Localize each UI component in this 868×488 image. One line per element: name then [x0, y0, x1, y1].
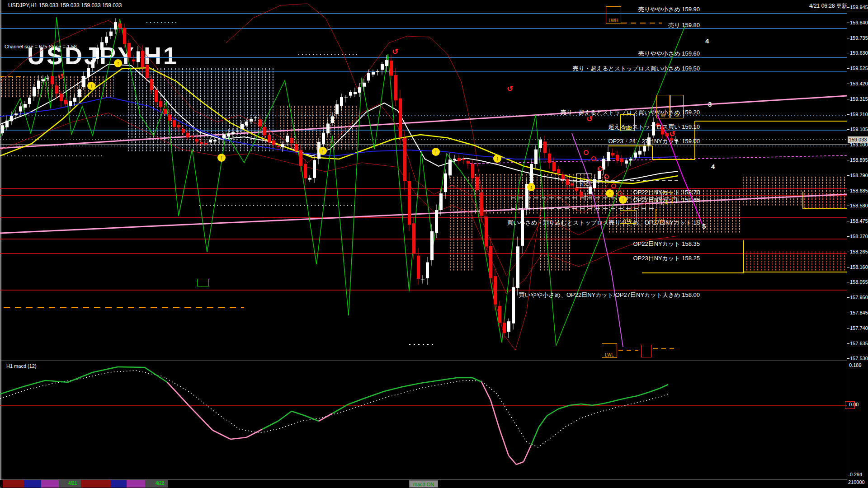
macd-lines [0, 367, 668, 465]
price-axis-label: 159.210 [850, 112, 868, 117]
ydc-flag-box: YDC [576, 174, 592, 188]
axis-tick [847, 114, 849, 115]
trade-annotation: 売りやや小さめ 159.90 [638, 5, 700, 14]
axis-tick [847, 252, 849, 252]
buy-signal-icon: ↑ [606, 189, 614, 197]
axis-tick [847, 7, 849, 8]
buy-signal-icon: ↑ [217, 154, 226, 162]
macd-zero-value: 0.00 [849, 402, 859, 407]
channel-info-label: Channel size = 675 Slope = 1.58 [5, 44, 77, 49]
buy-signal-icon: ↑ [114, 59, 122, 67]
axis-tick [847, 282, 849, 282]
wave-number-label: 5 [702, 222, 706, 230]
price-axis-label: 158.580 [850, 203, 868, 208]
buy-signal-icon: ↑ [319, 147, 327, 155]
buy-signal-icon: ↑ [493, 155, 501, 163]
trade-annotation: 売り・超えるとストップロス買い小さめ 159.50 [573, 65, 700, 73]
axis-tick [847, 206, 849, 206]
swing-point-icon [604, 174, 609, 179]
axis-tick [847, 297, 849, 298]
swing-point-icon [598, 166, 603, 171]
lwl-flag-box: LWL [602, 343, 617, 358]
swing-point-icon [584, 150, 589, 155]
reversal-signal-icon: ↺ [57, 74, 64, 80]
marker-flag-box [641, 345, 651, 357]
macd-min-value: -0.294 [848, 472, 862, 477]
timeline-segment [41, 480, 59, 488]
macd-scale-value: 210000 [848, 479, 865, 485]
timeline-segment [3, 480, 24, 488]
reversal-signal-icon: ↺ [586, 116, 593, 122]
axis-tick [847, 99, 849, 99]
price-axis-label: 159.420 [850, 81, 868, 86]
price-axis-label: 158.160 [850, 264, 868, 270]
timeline-segment [81, 480, 111, 488]
price-axis-label: 157.635 [850, 341, 868, 346]
d-flag-box: D [661, 192, 672, 205]
price-axis-label: 159.525 [850, 66, 868, 71]
swing-point-icon [591, 156, 596, 161]
reversal-signal-icon: ↺ [669, 131, 675, 137]
axis-tick [847, 221, 849, 221]
axis-tick [847, 23, 849, 23]
price-axis-label: 159.315 [850, 96, 868, 102]
d-flag-box: D [670, 95, 684, 118]
axis-tick [847, 328, 849, 328]
ydh-flag-box: YDH [620, 114, 635, 131]
axis-tick [847, 84, 849, 84]
lwh-flag-box: LWH [606, 6, 621, 23]
price-axis-label: 157.530 [850, 356, 868, 361]
swing-point-icon [618, 191, 623, 196]
price-axis-label: 157.740 [850, 325, 868, 331]
macd-toggle-button[interactable]: macd ON [409, 480, 438, 488]
price-axis-label: 157.950 [850, 295, 868, 300]
price-axis-label: 158.790 [850, 173, 868, 178]
buy-signal-icon: ↑ [432, 148, 440, 156]
macd-indicator-label: H1 macd (12) [6, 363, 37, 369]
price-axis-label: 159.735 [850, 35, 868, 41]
axis-tick [847, 267, 849, 267]
trade-annotation: 売り 159.80 [668, 21, 700, 29]
trade-annotation: 売りやや小さめ 159.60 [638, 50, 700, 58]
price-axis-label: 159.945 [850, 5, 868, 10]
trade-annotation: OP22日NYカット 158.35 [633, 240, 700, 248]
price-axis-label: 159.630 [850, 50, 868, 56]
price-axis-border [847, 0, 847, 479]
swing-point-icon [611, 183, 616, 188]
price-axis-label: 158.895 [850, 157, 868, 163]
price-axis-label: 159.840 [850, 20, 868, 25]
pattern-marker-box [197, 279, 209, 286]
timeline-date-label: 4/21 [68, 481, 77, 486]
price-axis-label: 158.685 [850, 188, 868, 193]
price-axis-label: 158.055 [850, 279, 868, 285]
trading-app-window: USDJPY H1 USDJPY,H1 159.033 159.033 159.… [0, 0, 868, 488]
price-axis-label: 158.475 [850, 218, 868, 224]
trade-annotation: OP23日NYカット 158.25 [633, 254, 700, 263]
trade-annotation: OP23・24・27日NYカット 159.00 [608, 137, 700, 145]
price-axis-label: 158.370 [850, 234, 868, 239]
reversal-signal-icon: ↺ [507, 86, 513, 92]
axis-tick [847, 236, 849, 237]
axis-tick [847, 358, 849, 359]
reversal-signal-icon: ↺ [392, 49, 398, 55]
timeline-date-label: 4/22 [156, 481, 164, 486]
trade-annotation: 買い小さめ・割り込むとストップロス売り小さめ、OP27日NYカット 15 [507, 219, 700, 227]
axis-tick [847, 145, 849, 145]
buy-signal-icon: ↑ [619, 196, 627, 204]
axis-tick [847, 129, 849, 130]
ydl-flag-box: YDL [620, 210, 637, 224]
price-axis-label: 157.845 [850, 310, 868, 315]
timeline-segment [24, 480, 41, 488]
axis-tick [847, 160, 849, 160]
axis-tick [847, 191, 849, 191]
axis-tick [847, 343, 849, 344]
axis-tick [847, 53, 849, 53]
axis-tick [847, 313, 849, 313]
axis-tick [847, 175, 849, 176]
wave-number-label: 3 [708, 100, 712, 108]
macd-max-value: 0.189 [849, 362, 862, 368]
price-chart-canvas[interactable] [0, 0, 868, 488]
timeline-segment [111, 480, 127, 488]
w-flag-box: W [656, 95, 670, 118]
axis-tick [847, 38, 849, 38]
